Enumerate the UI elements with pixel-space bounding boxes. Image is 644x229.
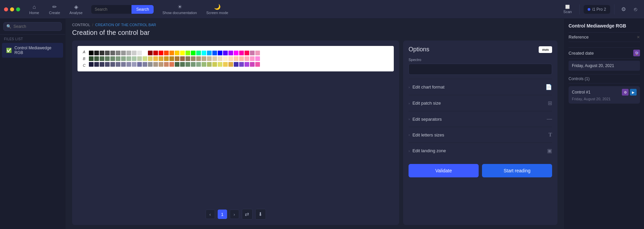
patch [159,56,163,61]
quit-button[interactable]: ⎋ [631,5,640,14]
patch [239,51,244,55]
patch [234,62,238,67]
current-page-button[interactable]: 1 [218,210,227,219]
patch [94,51,99,55]
patch [212,56,217,61]
patch [89,51,94,55]
screen-mode-button[interactable]: 🌙 Screen mode [203,2,231,16]
patch [105,51,110,55]
download-button[interactable]: ⬇ [255,209,266,220]
scan-icon: ⬜ [565,5,570,9]
options-panel: Options mm Spectro / › Edit chart format… [403,41,557,225]
patch [202,51,206,55]
spectrophotometer-button[interactable]: i1 Pro 2 [584,5,610,14]
nav-separator-2 [614,4,614,14]
prev-page-button[interactable]: ‹ [206,210,215,219]
patch [228,51,233,55]
unit-badge[interactable]: mm [539,46,552,53]
main-layout: 🔍 FILES LIST ✅ Control Mediawedge RGB CO… [0,19,644,229]
patch [164,62,169,67]
patch [132,56,137,61]
option-edit-landing-zone[interactable]: › Edit landing zone ▣ [409,142,552,159]
next-page-button[interactable]: › [230,210,239,219]
patch [153,51,158,55]
patch [148,62,153,67]
option-left-sep: › Edit separators [409,117,442,122]
patch [202,56,206,61]
patch [126,51,131,55]
option-edit-separators[interactable]: › Edit separators — [409,111,552,127]
settings-button[interactable]: ⚙ [619,5,629,14]
control-date: Friday, August 20, 2021 [572,97,637,101]
analyse-nav-button[interactable]: ◈ Analyse [66,2,86,16]
sidebar-search-input[interactable] [11,22,59,31]
content-area: CONTROL / CREATION OF THE CONTROL BAR Cr… [65,19,564,229]
patch [218,56,222,61]
spectro-input[interactable]: / [409,64,552,75]
check-icon: ✅ [6,48,12,53]
files-list-label: FILES LIST [0,35,65,42]
scan-button[interactable]: ⬜ Scan [560,3,575,15]
patch [228,62,233,67]
patch [255,51,260,55]
patch [148,51,153,55]
sidebar: 🔍 FILES LIST ✅ Control Mediawedge RGB [0,19,65,229]
patch [180,56,185,61]
option-edit-letters-sizes[interactable]: › Edit letters sizes T [409,127,552,142]
patch [185,56,190,61]
patch [196,62,201,67]
canvas-panel: A B C [72,41,399,225]
patch [164,51,169,55]
patch [196,51,201,55]
start-reading-button[interactable]: Start reading [482,164,552,177]
patch [100,51,104,55]
validate-button[interactable]: Validate [409,164,479,177]
options-title: Options [409,46,429,53]
patch [196,56,201,61]
patch [169,51,174,55]
maximize-button[interactable] [16,7,20,11]
spectro-status-dot [588,8,590,11]
control-settings-button[interactable]: ⚙ [622,89,629,96]
patch [191,56,196,61]
patch [137,62,142,67]
right-panel: Control Mediawedge RGB Reference ✕ Creat… [564,19,644,229]
option-edit-patch-size[interactable]: › Edit patch size ⊞ [409,95,552,111]
patch [153,62,158,67]
patch [245,51,249,55]
color-row-1 [89,51,260,55]
patch [137,56,142,61]
patch [255,62,260,67]
control-view-button[interactable]: ▶ [630,89,637,96]
create-icon: ✏ [52,4,57,10]
chart-format-icon: 📄 [545,84,552,90]
reference-expand-icon[interactable]: ✕ [637,35,640,40]
rotate-button[interactable]: ⇄ [242,209,253,220]
patch [212,51,217,55]
created-date-icon: 🔮 [633,50,640,56]
minimize-button[interactable] [10,7,14,11]
sidebar-item-control-mediawedge[interactable]: ✅ Control Mediawedge RGB [2,43,63,58]
spectro-section: Spectro / [409,58,552,79]
search-button[interactable]: Search [131,5,154,14]
patch [169,62,174,67]
options-header: Options mm [409,46,552,53]
option-edit-chart-format[interactable]: › Edit chart format 📄 [409,79,552,95]
letters-sizes-icon: T [548,132,552,138]
option-left-patch: › Edit patch size [409,101,441,106]
search-input[interactable] [91,5,131,14]
option-left-letters: › Edit letters sizes [409,132,444,137]
patch [218,62,222,67]
show-documentation-button[interactable]: ☀ Show documentation [159,2,200,16]
close-button[interactable] [4,7,8,11]
patch [137,51,142,55]
right-nav: ⬜ Scan i1 Pro 2 ⚙ ⎋ [560,3,640,15]
create-nav-button[interactable]: ✏ Create [46,2,63,16]
search-area: Search [91,5,154,14]
patch [148,56,153,61]
reference-label: Reference [569,35,589,40]
patch [207,62,212,67]
patch [110,56,115,61]
home-nav-button[interactable]: ⌂ Home [25,3,43,16]
controls-section: Controls (1) Control #1 ⚙ ▶ Friday, Augu… [569,74,640,104]
